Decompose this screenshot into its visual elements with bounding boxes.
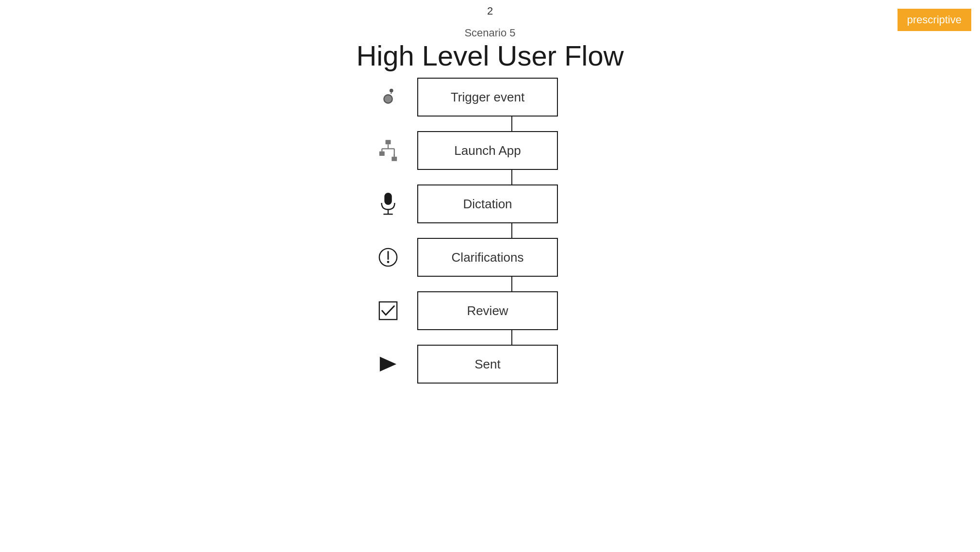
trigger-event-box: Trigger event	[417, 78, 558, 117]
brand-badge: prescriptive	[898, 9, 971, 31]
svg-marker-18	[380, 357, 396, 371]
sent-icon	[374, 355, 403, 373]
svg-rect-11	[384, 193, 392, 205]
flow-step-launch: Launch App	[374, 131, 606, 170]
svg-point-15	[387, 261, 390, 263]
flow-step-clarifications: Clarifications	[374, 238, 606, 277]
dictation-icon	[374, 192, 403, 216]
launch-app-icon	[374, 139, 403, 162]
connector-5	[441, 330, 582, 345]
review-box: Review	[417, 291, 558, 330]
connector-3	[441, 223, 582, 238]
sent-box: Sent	[417, 345, 558, 384]
svg-rect-4	[379, 151, 385, 156]
review-icon	[374, 301, 403, 321]
launch-app-box: Launch App	[417, 131, 558, 170]
svg-point-0	[384, 95, 392, 103]
connector-2	[441, 170, 582, 184]
svg-point-1	[390, 89, 393, 93]
scenario-label: Scenario 5	[356, 27, 623, 39]
trigger-icon	[374, 85, 403, 109]
dictation-box: Dictation	[417, 184, 558, 223]
page-number: 2	[487, 5, 493, 17]
page-header: Scenario 5 High Level User Flow	[356, 27, 623, 72]
flow-step-review: Review	[374, 291, 606, 330]
flow-step-trigger: Trigger event	[374, 78, 606, 117]
flow-step-dictation: Dictation	[374, 184, 606, 223]
clarifications-icon	[374, 247, 403, 268]
page-title: High Level User Flow	[356, 39, 623, 72]
connector-1	[441, 117, 582, 131]
connector-4	[441, 277, 582, 291]
clarifications-box: Clarifications	[417, 238, 558, 277]
flow-step-sent: Sent	[374, 345, 606, 384]
svg-rect-3	[386, 140, 391, 144]
flow-diagram: Trigger event Laun	[374, 78, 606, 384]
svg-rect-5	[392, 157, 397, 161]
